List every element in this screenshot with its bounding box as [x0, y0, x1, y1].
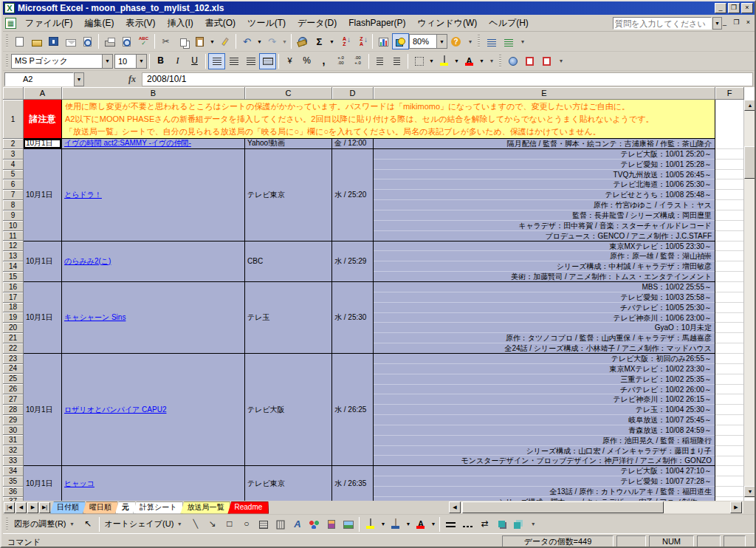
cell[interactable]: テレビ愛知：10/07 27:28～ [374, 476, 715, 487]
shadow-style-button[interactable] [493, 516, 510, 532]
cell[interactable]: 監督：長井龍雪 / シリーズ構成：岡田麿里 [374, 210, 715, 221]
cell[interactable]: 全24話 / シリーズ構成：小林靖子 / アニメ制作：マッドハウス [374, 343, 715, 354]
column-header-b[interactable]: B [62, 87, 245, 100]
text-box-button[interactable] [255, 516, 272, 532]
row-header[interactable]: 33 [3, 456, 24, 466]
tab-last-icon[interactable]: ▶| [39, 502, 50, 513]
decrease-decimal-button[interactable]: .00+.0 [349, 53, 366, 69]
anime-title-link[interactable]: のらみみ2(こ) [64, 256, 111, 267]
row-header[interactable]: 5 [3, 170, 24, 180]
align-center-button[interactable] [225, 53, 242, 69]
cell[interactable]: プロデュース：GENCO / アニメ制作：J.C.STAFF [374, 231, 715, 242]
title-cell[interactable]: ロザリオとバンパイア CAPU2 [62, 354, 245, 465]
drawing-button[interactable] [392, 33, 409, 49]
copy-button[interactable] [174, 33, 191, 49]
menu-view[interactable]: 表示(V) [120, 15, 161, 32]
align-left-button[interactable] [208, 53, 225, 69]
insert-picture-button[interactable] [340, 516, 357, 532]
row-header[interactable]: 8 [3, 200, 24, 210]
row-header[interactable]: 15 [3, 272, 24, 282]
open-button[interactable] [28, 33, 45, 49]
scroll-up-icon[interactable]: ▲ [744, 100, 756, 111]
print-button[interactable] [101, 33, 118, 49]
fill-color-button[interactable] [436, 53, 453, 69]
align-right-button[interactable] [242, 53, 259, 69]
undo-dropdown-icon[interactable]: ▼ [255, 33, 264, 49]
cell[interactable]: シリーズ構成：中村誠 / キャラデザ：増田敏彦 [374, 261, 715, 272]
font-color-button[interactable] [461, 53, 478, 69]
row-header[interactable]: 23 [3, 354, 24, 364]
row-header[interactable]: 7 [3, 190, 24, 200]
row-header[interactable]: 34 [3, 466, 24, 476]
line-button[interactable] [187, 516, 204, 532]
title-cell[interactable]: とらドラ！ [62, 149, 245, 241]
clip-art-button[interactable] [323, 516, 340, 532]
zoom-dropdown-icon[interactable]: ▼ [436, 35, 447, 48]
workbook-icon[interactable]: ▦ [5, 18, 16, 29]
horizontal-scroll-thumb[interactable] [462, 501, 664, 513]
date-cell[interactable]: 10月1日 [24, 354, 62, 465]
currency-button[interactable] [281, 53, 298, 69]
minimize-button[interactable]: _ [715, 3, 726, 13]
cell[interactable]: 三重テレビ：10/02 25:35～ [374, 374, 715, 385]
line-color-button[interactable] [387, 516, 404, 532]
scroll-right-icon[interactable]: ▶ [730, 501, 742, 513]
row-header[interactable]: 2 [3, 139, 24, 149]
cell[interactable]: テレビ大阪：10/01 25:20～ [374, 149, 715, 160]
arrow-style-button[interactable] [476, 516, 493, 532]
scroll-down-icon[interactable]: ▼ [744, 486, 756, 497]
percent-button[interactable] [298, 53, 315, 69]
row-header[interactable]: 26 [3, 384, 24, 394]
row-header[interactable]: 20 [3, 323, 24, 333]
cell[interactable]: テレビせとうち：10/08 25:48～ [374, 190, 715, 200]
font-color-dropdown-icon[interactable]: ▼ [478, 53, 486, 69]
cell[interactable]: シリーズ構成：山口宏 / メインキャラデザ：藤田まり子 [374, 446, 715, 456]
cell[interactable]: テレビ神奈川：10/06 23:00～ [374, 313, 715, 323]
sheet-tab-hizukejun[interactable]: 日付順 [50, 501, 86, 514]
row-header[interactable]: 10 [3, 221, 24, 231]
cell[interactable]: 原作：タツノコプロ / 監督：山内重保 / キャラデザ：馬越嘉彦 [374, 333, 715, 343]
date-cell[interactable]: 10月1日 [24, 139, 62, 148]
help-button[interactable] [447, 33, 464, 49]
vertical-text-box-button[interactable] [272, 516, 289, 532]
shape-fill-button[interactable] [362, 516, 379, 532]
sheet-tab-moto[interactable]: 元 [115, 501, 136, 514]
row-header[interactable]: 4 [3, 160, 24, 170]
redo-dropdown-icon[interactable]: ▼ [281, 33, 289, 49]
undo-button[interactable] [238, 33, 255, 49]
column-header-f[interactable]: F [715, 87, 744, 100]
paste-dropdown-icon[interactable]: ▼ [208, 33, 216, 49]
row-header[interactable]: 31 [3, 435, 24, 445]
tab-first-icon[interactable]: |◀ [4, 502, 15, 513]
cell[interactable]: TVQ九州放送：10/05 26:45～ [374, 170, 715, 180]
addin-button-5[interactable] [538, 53, 555, 69]
menu-help[interactable]: ヘルプ(H) [483, 15, 535, 32]
cell[interactable]: 美術：加藤賢司 / アニメ制作：トムス・エンタテインメント [374, 272, 715, 282]
vertical-scroll-thumb[interactable] [744, 146, 756, 179]
addin-toolbar-options-icon[interactable]: ▾ [518, 38, 527, 45]
cell[interactable]: テレビ愛知：10/03 25:58～ [374, 292, 715, 303]
channel-cell[interactable]: テレビ東京 [245, 149, 332, 241]
row-header[interactable]: 36 [3, 487, 24, 497]
rectangle-button[interactable] [221, 516, 238, 532]
draw-font-color-button[interactable] [412, 516, 429, 532]
row-header[interactable]: 28 [3, 405, 24, 415]
sheet-tab-readme[interactable]: Readme [227, 501, 269, 514]
line-style-button[interactable] [442, 516, 459, 532]
channel-cell[interactable]: テレビ東京 [245, 466, 332, 501]
time-cell[interactable]: 水 / 25:29 [332, 242, 374, 281]
row-header[interactable]: 16 [3, 282, 24, 292]
autoshapes-button[interactable]: オートシェイプ(U)▾ [102, 517, 188, 531]
row-header[interactable]: 35 [3, 476, 24, 487]
channel-cell[interactable]: Yahoo!動画 [245, 139, 332, 148]
date-cell[interactable]: 10月1日 [24, 466, 62, 501]
row-header[interactable]: 19 [3, 312, 24, 323]
borders-dropdown-icon[interactable]: ▼ [427, 53, 436, 69]
sort-descending-button[interactable]: ZA [353, 33, 370, 49]
cell[interactable]: テレ玉：10/04 25:30～ [374, 405, 715, 415]
row-header[interactable]: 6 [3, 179, 24, 190]
cell[interactable]: テレビ大阪：初回のみ26:55～ [374, 354, 715, 364]
addin-button-4[interactable] [521, 53, 538, 69]
cell[interactable]: テレビ北海道：10/06 25:30～ [374, 179, 715, 190]
line-color-dropdown-icon[interactable]: ▼ [404, 516, 412, 532]
